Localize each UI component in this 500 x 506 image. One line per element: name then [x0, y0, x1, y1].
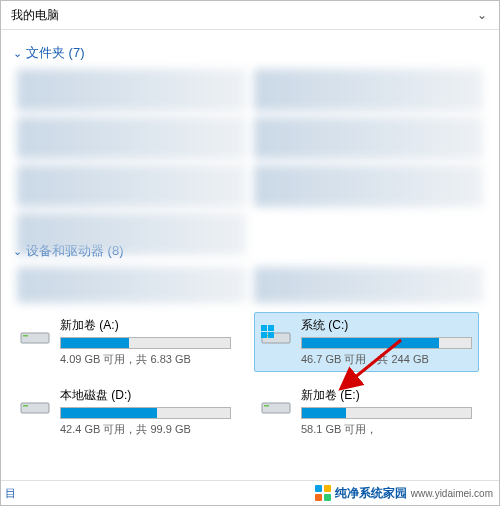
explorer-window: 我的电脑 ⌄ ⌄ 文件夹 (7) ⌄ 设备和驱动器 (8) — [0, 0, 500, 506]
drive-usage-bar — [301, 337, 472, 349]
drive-icon — [18, 389, 52, 423]
drive-name: 本地磁盘 (D:) — [60, 387, 231, 404]
drive-icon — [259, 319, 293, 353]
devices-blurred-row — [13, 264, 487, 306]
footer-left: 目 — [1, 486, 16, 501]
drive-name: 系统 (C:) — [301, 317, 472, 334]
folder-item[interactable] — [17, 165, 246, 207]
drive-name: 新加卷 (A:) — [60, 317, 231, 334]
svg-rect-7 — [268, 332, 274, 338]
watermark-logo-icon — [315, 485, 331, 501]
svg-rect-10 — [262, 403, 290, 413]
drive-icon — [18, 319, 52, 353]
drive-item[interactable]: 新加卷 (A:) 4.09 GB 可用，共 6.83 GB — [13, 312, 238, 372]
content-area: ⌄ 文件夹 (7) ⌄ 设备和驱动器 (8) 新加卷 (A:) — [1, 30, 499, 482]
drive-stats: 42.4 GB 可用，共 99.9 GB — [60, 422, 231, 437]
footer: 目 纯净系统家园 www.yidaimei.com — [1, 480, 499, 505]
folder-item[interactable] — [17, 117, 246, 159]
drive-body: 新加卷 (E:) 58.1 GB 可用， — [301, 387, 472, 437]
drive-usage-bar — [60, 337, 231, 349]
group-folders-header[interactable]: ⌄ 文件夹 (7) — [13, 44, 487, 62]
folder-item[interactable] — [17, 213, 246, 255]
svg-rect-11 — [264, 405, 269, 407]
chevron-down-icon[interactable]: ⌄ — [477, 8, 487, 22]
watermark: 纯净系统家园 www.yidaimei.com — [315, 485, 499, 502]
drive-stats: 46.7 GB 可用，共 244 GB — [301, 352, 472, 367]
drive-body: 本地磁盘 (D:) 42.4 GB 可用，共 99.9 GB — [60, 387, 231, 437]
drive-body: 系统 (C:) 46.7 GB 可用，共 244 GB — [301, 317, 472, 367]
svg-rect-8 — [21, 403, 49, 413]
drive-usage-bar — [301, 407, 472, 419]
watermark-text: 纯净系统家园 www.yidaimei.com — [335, 485, 493, 502]
drive-item[interactable]: 本地磁盘 (D:) 42.4 GB 可用，共 99.9 GB — [13, 382, 238, 442]
svg-rect-4 — [261, 325, 267, 331]
drive-item[interactable]: 新加卷 (E:) 58.1 GB 可用， — [254, 382, 479, 442]
folder-item[interactable] — [254, 69, 483, 111]
device-item[interactable] — [254, 267, 483, 303]
folder-item[interactable] — [254, 165, 483, 207]
drive-body: 新加卷 (A:) 4.09 GB 可用，共 6.83 GB — [60, 317, 231, 367]
folder-item[interactable] — [254, 117, 483, 159]
folders-grid — [13, 66, 487, 236]
svg-rect-9 — [23, 405, 28, 407]
device-item[interactable] — [17, 267, 246, 303]
drive-stats: 58.1 GB 可用， — [301, 422, 472, 437]
folder-item[interactable] — [17, 69, 246, 111]
drive-name: 新加卷 (E:) — [301, 387, 472, 404]
drives-grid: 新加卷 (A:) 4.09 GB 可用，共 6.83 GB 系统 (C:) 46… — [13, 312, 487, 442]
svg-rect-5 — [268, 325, 274, 331]
address-bar: 我的电脑 ⌄ — [1, 1, 499, 30]
drive-usage-bar — [60, 407, 231, 419]
drive-stats: 4.09 GB 可用，共 6.83 GB — [60, 352, 231, 367]
svg-rect-0 — [21, 333, 49, 343]
svg-rect-6 — [261, 332, 267, 338]
drive-icon — [259, 389, 293, 423]
svg-rect-1 — [23, 335, 28, 337]
group-folders-label: 文件夹 (7) — [26, 44, 85, 62]
drive-item[interactable]: 系统 (C:) 46.7 GB 可用，共 244 GB — [254, 312, 479, 372]
breadcrumb-my-pc[interactable]: 我的电脑 — [1, 7, 69, 24]
chevron-down-icon: ⌄ — [13, 47, 22, 60]
